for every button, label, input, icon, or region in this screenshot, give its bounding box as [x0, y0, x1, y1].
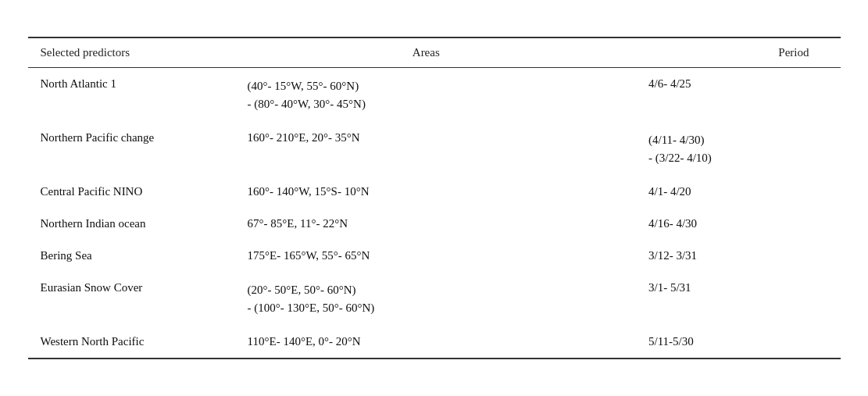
cell-areas: 160°- 140°W, 15°S- 10°N — [235, 176, 617, 208]
cell-period: (4/11- 4/30)- (3/22- 4/10) — [617, 122, 841, 176]
cell-areas: 110°E- 140°E, 0°- 20°N — [235, 326, 617, 359]
cell-period: 4/6- 4/25 — [617, 68, 841, 123]
header-areas: Areas — [235, 37, 617, 68]
cell-areas: 175°E- 165°W, 55°- 65°N — [235, 240, 617, 272]
cell-period: 5/11-5/30 — [617, 326, 841, 359]
table-wrapper: Selected predictors Areas Period North A… — [28, 37, 841, 359]
table-row: Western North Pacific110°E- 140°E, 0°- 2… — [28, 326, 841, 359]
cell-period: 4/1- 4/20 — [617, 176, 841, 208]
cell-period: 3/1- 5/31 — [617, 272, 841, 326]
table-row: Bering Sea175°E- 165°W, 55°- 65°N3/12- 3… — [28, 240, 841, 272]
table-row: Northern Indian ocean67°- 85°E, 11°- 22°… — [28, 208, 841, 240]
cell-predictor: Central Pacific NINO — [28, 176, 235, 208]
cell-period: 3/12- 3/31 — [617, 240, 841, 272]
cell-predictor: Bering Sea — [28, 240, 235, 272]
cell-predictor: Eurasian Snow Cover — [28, 272, 235, 326]
cell-predictor: Western North Pacific — [28, 326, 235, 359]
header-period: Period — [617, 37, 841, 68]
table-row: Central Pacific NINO160°- 140°W, 15°S- 1… — [28, 176, 841, 208]
cell-predictor: Northern Pacific change — [28, 122, 235, 176]
cell-areas: 160°- 210°E, 20°- 35°N — [235, 122, 617, 176]
cell-predictor: Northern Indian ocean — [28, 208, 235, 240]
table-row: Eurasian Snow Cover(20°- 50°E, 50°- 60°N… — [28, 272, 841, 326]
table-row: Northern Pacific change160°- 210°E, 20°-… — [28, 122, 841, 176]
cell-predictor: North Atlantic 1 — [28, 68, 235, 123]
cell-areas: (20°- 50°E, 50°- 60°N)- (100°- 130°E, 50… — [235, 272, 617, 326]
predictors-table: Selected predictors Areas Period North A… — [28, 37, 841, 359]
table-header-row: Selected predictors Areas Period — [28, 37, 841, 68]
cell-areas: 67°- 85°E, 11°- 22°N — [235, 208, 617, 240]
table-row: North Atlantic 1(40°- 15°W, 55°- 60°N)- … — [28, 68, 841, 123]
cell-period: 4/16- 4/30 — [617, 208, 841, 240]
header-predictors: Selected predictors — [28, 37, 235, 68]
cell-areas: (40°- 15°W, 55°- 60°N)- (80°- 40°W, 30°-… — [235, 68, 617, 123]
